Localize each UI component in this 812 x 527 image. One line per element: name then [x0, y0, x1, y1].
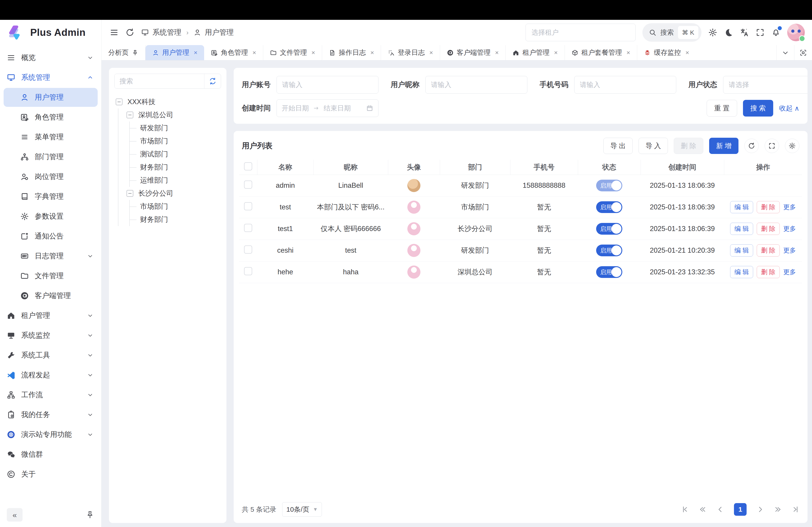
tree-collapse-toggle[interactable]: [127, 111, 133, 118]
sidebar-item-department-management[interactable]: 部门管理: [0, 147, 101, 167]
avatar[interactable]: [407, 179, 420, 192]
more-link[interactable]: 更多: [783, 246, 796, 255]
fullscreen-icon[interactable]: [756, 28, 765, 37]
edit-button[interactable]: 编 辑: [730, 244, 753, 257]
export-button[interactable]: 导 出: [603, 138, 633, 154]
edit-button[interactable]: 编 辑: [730, 201, 753, 213]
tree-node-department[interactable]: 财务部门: [130, 161, 221, 174]
delete-button[interactable]: 删 除: [674, 138, 703, 154]
sidebar-item-menu-management[interactable]: 菜单管理: [0, 127, 101, 147]
first-page-button[interactable]: [681, 506, 689, 513]
delete-row-button[interactable]: 删 除: [757, 266, 780, 278]
close-icon[interactable]: ×: [429, 49, 433, 56]
close-icon[interactable]: ×: [371, 49, 374, 56]
tree-node-department[interactable]: 市场部门: [130, 135, 221, 148]
pin-icon[interactable]: [86, 510, 95, 520]
close-icon[interactable]: ×: [627, 49, 630, 56]
tab-file-management[interactable]: 文件管理 ×: [263, 45, 322, 60]
row-checkbox[interactable]: [244, 224, 252, 232]
dark-mode-moon-icon[interactable]: [724, 28, 733, 37]
column-header-phone[interactable]: 手机号: [510, 160, 578, 175]
pin-icon[interactable]: [132, 49, 139, 56]
avatar[interactable]: [407, 266, 420, 278]
avatar[interactable]: [407, 222, 420, 235]
avatar[interactable]: [407, 201, 420, 214]
date-range-picker[interactable]: 开始日期 结束日期: [277, 100, 378, 117]
sidebar-item-process-initiation[interactable]: 流程发起: [0, 365, 101, 385]
refresh-icon[interactable]: [126, 28, 134, 37]
status-select[interactable]: 请选择 ∨: [723, 76, 808, 93]
delete-row-button[interactable]: 删 除: [757, 223, 780, 235]
tree-node-department[interactable]: 市场部门: [130, 200, 221, 213]
tree-node-root[interactable]: XXX科技: [114, 95, 221, 108]
tree-search-input[interactable]: [115, 74, 204, 88]
tab-client-management[interactable]: 客户端管理 ×: [440, 45, 506, 60]
translate-icon[interactable]: [740, 28, 749, 37]
page-size-select[interactable]: 10条/页 ▼: [282, 502, 322, 517]
next-page-button[interactable]: [756, 506, 764, 513]
logo[interactable]: Plus Admin: [0, 20, 101, 45]
delete-row-button[interactable]: 删 除: [757, 201, 780, 213]
search-button[interactable]: 搜 索: [743, 100, 773, 117]
tab-tenant-management[interactable]: 租户管理 ×: [506, 45, 565, 60]
sidebar-item-client-management[interactable]: 客户端管理: [0, 286, 101, 306]
avatar[interactable]: [787, 24, 805, 41]
tabs-dropdown-button[interactable]: [777, 45, 794, 60]
close-icon[interactable]: ×: [252, 49, 256, 56]
tab-role-management[interactable]: 角色管理 ×: [204, 45, 263, 60]
close-icon[interactable]: ×: [311, 49, 315, 56]
tree-node-department[interactable]: 研发部门: [130, 121, 221, 135]
content-fullscreen-button[interactable]: [794, 45, 812, 60]
sidebar-item-wechat-group[interactable]: 微信群: [0, 445, 101, 464]
column-header-created[interactable]: 创建时间: [641, 160, 724, 175]
tab-cache-monitor[interactable]: 缓存监控 ×: [637, 45, 696, 60]
sidebar-item-system-monitor[interactable]: 系统监控: [0, 326, 101, 345]
column-header-nickname[interactable]: 昵称: [314, 160, 388, 175]
sidebar-item-my-tasks[interactable]: 我的任务: [0, 405, 101, 425]
tree-node-department[interactable]: 运维部门: [130, 174, 221, 187]
more-link[interactable]: 更多: [783, 203, 796, 211]
column-header-name[interactable]: 名称: [257, 160, 314, 175]
global-search[interactable]: 搜索 ⌘ K: [642, 23, 701, 42]
sidebar-item-system-management[interactable]: 系统管理: [0, 67, 101, 88]
close-icon[interactable]: ×: [495, 49, 499, 56]
notifications[interactable]: [771, 28, 780, 37]
tree-node-company[interactable]: 深圳总公司: [126, 108, 221, 121]
jump-back-button[interactable]: [699, 506, 707, 513]
table-refresh-button[interactable]: [744, 139, 759, 153]
collapse-filters-link[interactable]: 收起∧: [779, 104, 799, 113]
table-settings-button[interactable]: [785, 139, 799, 153]
more-link[interactable]: 更多: [783, 225, 796, 233]
jump-forward-button[interactable]: [774, 506, 782, 513]
settings-gear-icon[interactable]: [708, 28, 717, 37]
sidebar-item-tenant-management[interactable]: 租户管理: [0, 306, 101, 326]
column-header-avatar[interactable]: 头像: [388, 160, 440, 175]
avatar[interactable]: [407, 244, 420, 257]
more-link[interactable]: 更多: [783, 268, 796, 276]
last-page-button[interactable]: [792, 506, 799, 513]
tree-collapse-toggle[interactable]: [116, 99, 122, 105]
row-checkbox[interactable]: [244, 267, 252, 275]
close-icon[interactable]: ×: [685, 49, 689, 56]
row-checkbox[interactable]: [244, 245, 252, 254]
hamburger-icon[interactable]: [110, 28, 119, 37]
status-toggle[interactable]: 启用: [596, 244, 622, 256]
sidebar-item-demo-features[interactable]: 演示站专用功能: [0, 425, 101, 445]
status-toggle[interactable]: 启用: [596, 266, 622, 278]
select-all-checkbox[interactable]: [244, 162, 252, 170]
sidebar-item-system-tools[interactable]: 系统工具: [0, 345, 101, 365]
account-input[interactable]: [277, 76, 378, 93]
delete-row-button[interactable]: 删 除: [757, 244, 780, 257]
breadcrumb-user[interactable]: 用户管理: [205, 28, 234, 37]
tree-node-department[interactable]: 财务部门: [130, 213, 221, 226]
sidebar-item-file-management[interactable]: 文件管理: [0, 266, 101, 286]
sidebar-item-notice-announcement[interactable]: 通知公告: [0, 226, 101, 246]
close-icon[interactable]: ×: [194, 49, 197, 56]
tree-node-company[interactable]: 长沙分公司: [126, 187, 221, 200]
tab-user-management[interactable]: 用户管理 ×: [145, 45, 204, 60]
tree-refresh-button[interactable]: [204, 74, 221, 88]
close-icon[interactable]: ×: [554, 49, 557, 56]
nickname-input[interactable]: [425, 76, 527, 93]
table-fullscreen-button[interactable]: [765, 139, 779, 153]
sidebar-collapse-button[interactable]: «: [7, 508, 23, 522]
